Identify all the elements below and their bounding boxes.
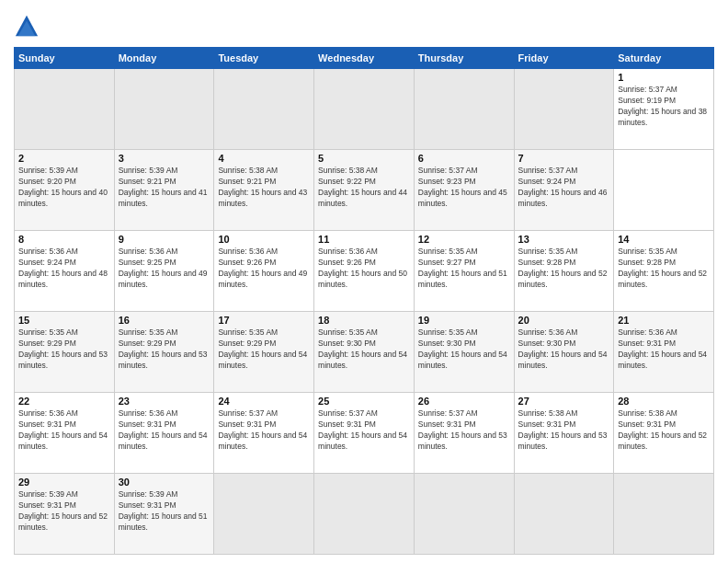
calendar-cell [414, 474, 514, 555]
calendar-cell: 19Sunrise: 5:35 AMSunset: 9:30 PMDayligh… [414, 312, 514, 393]
calendar-cell: 9Sunrise: 5:36 AMSunset: 9:25 PMDaylight… [114, 231, 214, 312]
day-number: 16 [119, 315, 210, 326]
day-number: 20 [518, 315, 610, 326]
day-info: Sunrise: 5:38 AMSunset: 9:21 PMDaylight:… [218, 166, 310, 210]
day-number: 26 [418, 396, 510, 407]
day-number: 4 [218, 153, 310, 164]
day-number: 19 [418, 315, 510, 326]
calendar-cell: 30Sunrise: 5:39 AMSunset: 9:31 PMDayligh… [114, 474, 214, 555]
day-number: 21 [618, 315, 710, 326]
day-info: Sunrise: 5:38 AMSunset: 9:31 PMDaylight:… [618, 408, 710, 453]
calendar-cell [15, 69, 115, 150]
calendar-cell: 7Sunrise: 5:37 AMSunset: 9:24 PMDaylight… [514, 150, 614, 231]
calendar-cell: 18Sunrise: 5:35 AMSunset: 9:30 PMDayligh… [314, 312, 415, 393]
day-number: 22 [18, 396, 110, 407]
day-info: Sunrise: 5:37 AMSunset: 9:31 PMDaylight:… [218, 408, 310, 453]
page: SundayMondayTuesdayWednesdayThursdayFrid… [0, 0, 728, 563]
day-info: Sunrise: 5:36 AMSunset: 9:31 PMDaylight:… [119, 408, 210, 453]
calendar-cell [514, 474, 614, 555]
calendar-cell: 5Sunrise: 5:38 AMSunset: 9:22 PMDaylight… [314, 150, 415, 231]
calendar-week-row: 1Sunrise: 5:37 AMSunset: 9:19 PMDaylight… [15, 69, 714, 150]
day-number: 28 [618, 396, 710, 407]
day-number: 12 [418, 234, 510, 245]
day-number: 23 [119, 396, 210, 407]
calendar-day-header: Wednesday [314, 48, 415, 69]
day-number: 2 [18, 153, 110, 164]
calendar-cell: 21Sunrise: 5:36 AMSunset: 9:31 PMDayligh… [614, 312, 714, 393]
day-number: 5 [318, 153, 410, 164]
day-number: 8 [18, 234, 110, 245]
calendar-cell [414, 69, 514, 150]
day-number: 1 [618, 72, 710, 83]
day-info: Sunrise: 5:38 AMSunset: 9:31 PMDaylight:… [518, 408, 610, 453]
calendar-cell: 8Sunrise: 5:36 AMSunset: 9:24 PMDaylight… [15, 231, 115, 312]
calendar-week-row: 29Sunrise: 5:39 AMSunset: 9:31 PMDayligh… [15, 474, 714, 555]
day-info: Sunrise: 5:36 AMSunset: 9:31 PMDaylight:… [18, 408, 110, 453]
calendar-day-header: Saturday [614, 48, 714, 69]
day-info: Sunrise: 5:39 AMSunset: 9:21 PMDaylight:… [119, 166, 210, 210]
calendar-cell: 22Sunrise: 5:36 AMSunset: 9:31 PMDayligh… [15, 393, 115, 474]
day-number: 7 [518, 153, 610, 164]
day-info: Sunrise: 5:36 AMSunset: 9:26 PMDaylight:… [318, 247, 410, 291]
calendar-cell: 14Sunrise: 5:35 AMSunset: 9:28 PMDayligh… [614, 231, 714, 312]
calendar-cell [514, 69, 614, 150]
calendar-cell: 23Sunrise: 5:36 AMSunset: 9:31 PMDayligh… [114, 393, 214, 474]
calendar-day-header: Monday [114, 48, 214, 69]
calendar-cell: 11Sunrise: 5:36 AMSunset: 9:26 PMDayligh… [314, 231, 415, 312]
day-number: 18 [318, 315, 410, 326]
calendar-day-header: Sunday [15, 48, 115, 69]
calendar-cell: 10Sunrise: 5:36 AMSunset: 9:26 PMDayligh… [214, 231, 314, 312]
day-info: Sunrise: 5:37 AMSunset: 9:31 PMDaylight:… [318, 408, 410, 453]
calendar-cell [314, 474, 415, 555]
calendar-cell: 26Sunrise: 5:37 AMSunset: 9:31 PMDayligh… [414, 393, 514, 474]
day-info: Sunrise: 5:37 AMSunset: 9:23 PMDaylight:… [418, 166, 510, 210]
calendar-day-header: Tuesday [214, 48, 314, 69]
calendar-week-row: 2Sunrise: 5:39 AMSunset: 9:20 PMDaylight… [15, 150, 714, 231]
calendar-table: SundayMondayTuesdayWednesdayThursdayFrid… [14, 47, 714, 555]
day-info: Sunrise: 5:35 AMSunset: 9:28 PMDaylight:… [618, 247, 710, 291]
day-info: Sunrise: 5:37 AMSunset: 9:31 PMDaylight:… [418, 408, 510, 453]
calendar-cell: 4Sunrise: 5:38 AMSunset: 9:21 PMDaylight… [214, 150, 314, 231]
day-info: Sunrise: 5:39 AMSunset: 9:31 PMDaylight:… [119, 489, 210, 534]
calendar-cell: 28Sunrise: 5:38 AMSunset: 9:31 PMDayligh… [614, 393, 714, 474]
day-number: 29 [18, 477, 110, 488]
logo [14, 14, 43, 40]
day-number: 25 [318, 396, 410, 407]
calendar-cell: 6Sunrise: 5:37 AMSunset: 9:23 PMDaylight… [414, 150, 514, 231]
calendar-cell: 29Sunrise: 5:39 AMSunset: 9:31 PMDayligh… [15, 474, 115, 555]
calendar-cell [114, 69, 214, 150]
calendar-cell: 27Sunrise: 5:38 AMSunset: 9:31 PMDayligh… [514, 393, 614, 474]
calendar-cell [314, 69, 415, 150]
day-info: Sunrise: 5:35 AMSunset: 9:29 PMDaylight:… [119, 327, 210, 372]
day-info: Sunrise: 5:39 AMSunset: 9:31 PMDaylight:… [18, 489, 110, 534]
day-number: 15 [18, 315, 110, 326]
calendar-cell: 1Sunrise: 5:37 AMSunset: 9:19 PMDaylight… [614, 69, 714, 150]
calendar-cell [214, 474, 314, 555]
day-info: Sunrise: 5:35 AMSunset: 9:29 PMDaylight:… [218, 327, 310, 372]
calendar-week-row: 22Sunrise: 5:36 AMSunset: 9:31 PMDayligh… [15, 393, 714, 474]
calendar-week-row: 15Sunrise: 5:35 AMSunset: 9:29 PMDayligh… [15, 312, 714, 393]
calendar-cell [214, 69, 314, 150]
calendar-cell [614, 474, 714, 555]
day-info: Sunrise: 5:35 AMSunset: 9:29 PMDaylight:… [18, 327, 110, 372]
calendar-cell: 16Sunrise: 5:35 AMSunset: 9:29 PMDayligh… [114, 312, 214, 393]
day-number: 11 [318, 234, 410, 245]
day-info: Sunrise: 5:35 AMSunset: 9:28 PMDaylight:… [518, 247, 610, 291]
day-info: Sunrise: 5:37 AMSunset: 9:24 PMDaylight:… [518, 166, 610, 210]
day-info: Sunrise: 5:36 AMSunset: 9:30 PMDaylight:… [518, 327, 610, 372]
day-number: 27 [518, 396, 610, 407]
day-number: 13 [518, 234, 610, 245]
day-number: 30 [119, 477, 210, 488]
day-info: Sunrise: 5:36 AMSunset: 9:26 PMDaylight:… [218, 247, 310, 291]
calendar-day-header: Thursday [414, 48, 514, 69]
day-number: 6 [418, 153, 510, 164]
day-info: Sunrise: 5:35 AMSunset: 9:30 PMDaylight:… [418, 327, 510, 372]
day-info: Sunrise: 5:36 AMSunset: 9:31 PMDaylight:… [618, 327, 710, 372]
calendar-cell: 13Sunrise: 5:35 AMSunset: 9:28 PMDayligh… [514, 231, 614, 312]
calendar-cell: 20Sunrise: 5:36 AMSunset: 9:30 PMDayligh… [514, 312, 614, 393]
day-number: 24 [218, 396, 310, 407]
calendar-cell: 15Sunrise: 5:35 AMSunset: 9:29 PMDayligh… [15, 312, 115, 393]
day-info: Sunrise: 5:37 AMSunset: 9:19 PMDaylight:… [618, 85, 710, 129]
calendar-cell: 3Sunrise: 5:39 AMSunset: 9:21 PMDaylight… [114, 150, 214, 231]
calendar-week-row: 8Sunrise: 5:36 AMSunset: 9:24 PMDaylight… [15, 231, 714, 312]
